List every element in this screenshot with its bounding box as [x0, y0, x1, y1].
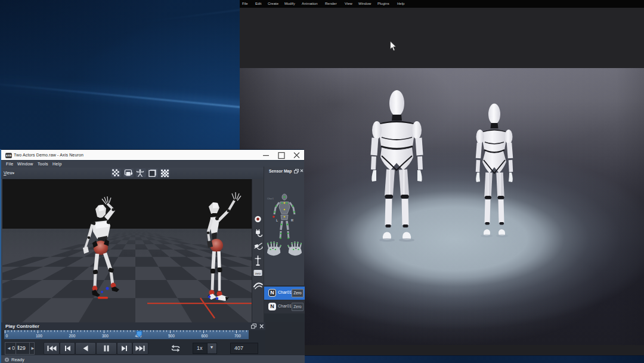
svg-text:R: R — [291, 219, 293, 222]
svg-text:L: L — [276, 219, 278, 222]
svg-text:Char1: Char1 — [267, 197, 274, 200]
svg-text:zero: zero — [255, 272, 261, 275]
